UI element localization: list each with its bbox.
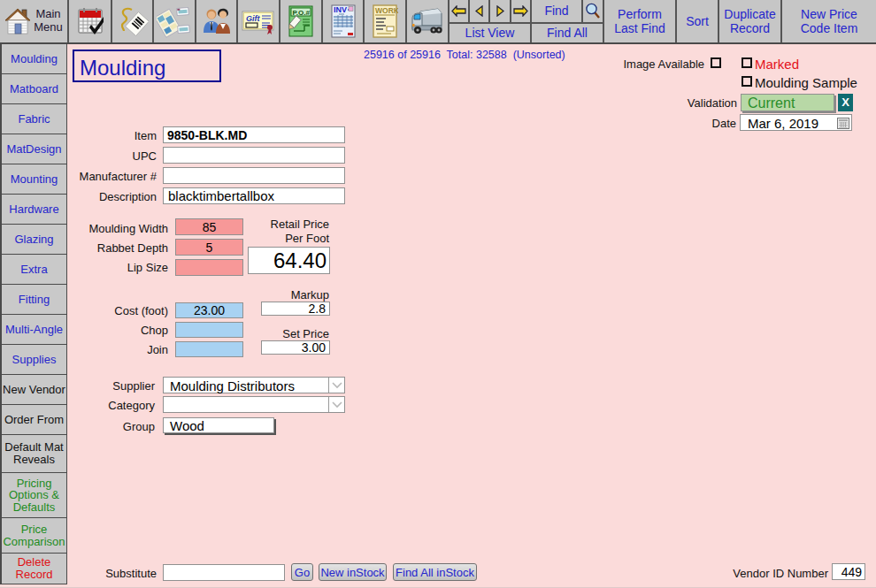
svg-text:INV: INV (334, 5, 347, 14)
svg-text:WORK: WORK (375, 6, 398, 15)
svg-text:P.O.#: P.O.# (293, 9, 311, 17)
svg-text:Gift: Gift (246, 14, 260, 23)
